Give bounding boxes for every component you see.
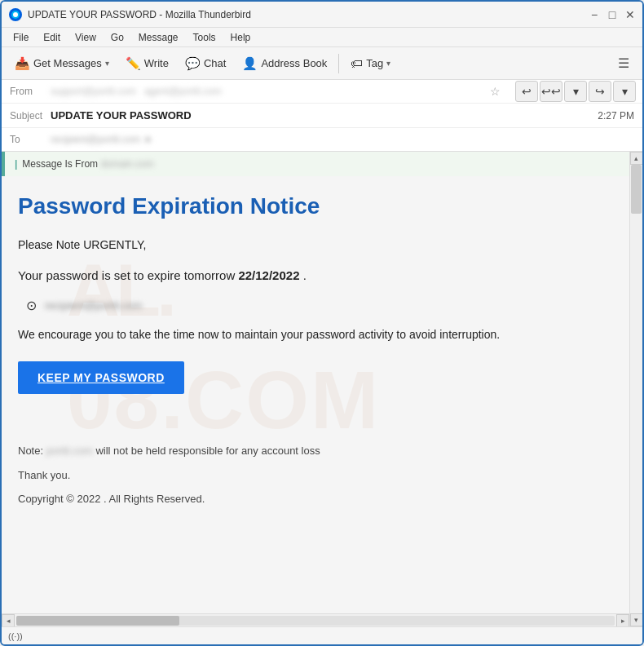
star-icon[interactable]: ☆ bbox=[490, 85, 501, 98]
address-book-icon: 👤 bbox=[242, 56, 258, 71]
toolbar: 📥 Get Messages ▾ ✏️ Write 💬 Chat 👤 Addre… bbox=[2, 47, 642, 80]
window-controls: − □ ✕ bbox=[589, 9, 636, 20]
connection-status-icon: ((·)) bbox=[8, 631, 23, 641]
hamburger-menu-icon[interactable]: ☰ bbox=[611, 52, 636, 74]
warning-text: Message Is From domain.com bbox=[22, 158, 153, 170]
note-prefix: Note: bbox=[18, 445, 43, 457]
reply-all-button[interactable]: ↩↩ bbox=[540, 81, 562, 102]
forward-button[interactable]: ↪ bbox=[589, 81, 611, 102]
window-title: UPDATE YOUR PASSWORD - Mozilla Thunderbi… bbox=[28, 9, 589, 20]
toolbar-divider bbox=[338, 54, 339, 73]
tag-label: Tag bbox=[366, 57, 383, 69]
radio-icon: ⊙ bbox=[26, 298, 37, 313]
note-domain: portit.com bbox=[46, 445, 96, 457]
warning-icon: | bbox=[15, 158, 17, 170]
menu-edit[interactable]: Edit bbox=[37, 30, 67, 45]
forward-dropdown[interactable]: ▾ bbox=[613, 81, 636, 102]
scroll-up-button[interactable]: ▴ bbox=[630, 152, 643, 165]
subject-label: Subject bbox=[10, 110, 51, 122]
menu-go[interactable]: Go bbox=[104, 30, 130, 45]
email-link-row: ⊙ recipient@portit.com bbox=[18, 298, 605, 313]
from-label: From bbox=[10, 86, 51, 97]
content-area: | Message Is From domain.com AL. 08.COM bbox=[2, 152, 642, 626]
scroll-left-button[interactable]: ◂ bbox=[2, 614, 15, 627]
svg-point-2 bbox=[13, 12, 18, 17]
password-date: 22/12/2022 bbox=[238, 268, 299, 282]
maximize-button[interactable]: □ bbox=[607, 9, 618, 20]
subject-row: Subject UPDATE YOUR PASSWORD 2:27 PM bbox=[2, 104, 642, 128]
message-scroll[interactable]: AL. 08.COM Password Expiration Notice Pl… bbox=[2, 176, 629, 613]
tag-icon: 🏷 bbox=[351, 56, 363, 70]
horizontal-scrollbar: ◂ ▸ bbox=[2, 613, 629, 626]
menu-help[interactable]: Help bbox=[224, 30, 258, 45]
link-email: recipient@portit.com bbox=[45, 299, 142, 312]
title-bar: UPDATE YOUR PASSWORD - Mozilla Thunderbi… bbox=[2, 2, 642, 28]
menu-view[interactable]: View bbox=[68, 30, 103, 45]
subject-value: UPDATE YOUR PASSWORD bbox=[51, 109, 598, 122]
menu-file[interactable]: File bbox=[7, 30, 35, 45]
write-button[interactable]: ✏️ Write bbox=[119, 53, 175, 74]
email-content: Password Expiration Notice Please Note U… bbox=[18, 192, 605, 507]
email-heading: Password Expiration Notice bbox=[18, 192, 605, 220]
email-para-password: Your password is set to expire tomorrow … bbox=[18, 267, 605, 285]
thunderbird-icon bbox=[8, 7, 23, 22]
reply-button[interactable]: ↩ bbox=[515, 81, 538, 102]
menu-tools[interactable]: Tools bbox=[187, 30, 223, 45]
scrollbar-thumb[interactable] bbox=[631, 165, 642, 214]
email-para-urgent: Please Note URGENTLY, bbox=[18, 237, 605, 254]
note-text: Note: portit.com will not be held respon… bbox=[18, 443, 605, 459]
menu-bar: File Edit View Go Message Tools Help bbox=[2, 28, 642, 47]
password-text-start: Your password is set to expire tomorrow bbox=[18, 268, 235, 282]
warning-banner: | Message Is From domain.com bbox=[2, 152, 629, 176]
chat-icon: 💬 bbox=[185, 56, 201, 71]
warning-domain: domain.com bbox=[100, 158, 153, 170]
get-messages-dropdown-icon[interactable]: ▾ bbox=[105, 59, 109, 68]
address-book-button[interactable]: 👤 Address Book bbox=[236, 53, 333, 74]
from-value: support@portit.com agent@portit.com bbox=[51, 86, 485, 97]
to-label: To bbox=[10, 134, 51, 145]
status-bar: ((·)) bbox=[2, 626, 642, 644]
keep-password-button[interactable]: KEEP MY PASSWORD bbox=[18, 361, 184, 394]
to-value: recipient@portit.com ★ bbox=[51, 134, 634, 145]
get-messages-label: Get Messages bbox=[33, 57, 102, 69]
copyright-text: Copyright © 2022 . All Rights Reserved. bbox=[18, 491, 605, 507]
email-para-encourage: We encourage you to take the time now to… bbox=[18, 326, 605, 343]
inbox-icon: 📥 bbox=[15, 56, 30, 71]
scroll-content: | Message Is From domain.com AL. 08.COM bbox=[2, 152, 629, 626]
get-messages-button[interactable]: 📥 Get Messages ▾ bbox=[8, 53, 116, 74]
email-time: 2:27 PM bbox=[598, 110, 634, 122]
thank-you-text: Thank you. bbox=[18, 467, 605, 484]
horizontal-scrollbar-track bbox=[16, 616, 615, 626]
vertical-scrollbar: ▴ ▾ bbox=[629, 152, 642, 626]
to-row: To recipient@portit.com ★ bbox=[2, 128, 642, 151]
note-suffix: will not be held responsible for any acc… bbox=[95, 445, 320, 457]
scroll-right-button[interactable]: ▸ bbox=[616, 614, 629, 627]
tag-button[interactable]: 🏷 Tag ▾ bbox=[344, 53, 397, 73]
menu-message[interactable]: Message bbox=[132, 30, 185, 45]
email-body: AL. 08.COM Password Expiration Notice Pl… bbox=[2, 176, 629, 540]
chat-button[interactable]: 💬 Chat bbox=[179, 53, 232, 74]
write-icon: ✏️ bbox=[126, 56, 141, 71]
write-label: Write bbox=[144, 57, 169, 69]
horizontal-scrollbar-thumb[interactable] bbox=[16, 616, 179, 626]
scroll-down-button[interactable]: ▾ bbox=[630, 613, 643, 626]
email-header: From support@portit.com agent@portit.com… bbox=[2, 80, 642, 152]
address-book-label: Address Book bbox=[261, 57, 327, 69]
minimize-button[interactable]: − bbox=[589, 9, 600, 20]
tag-dropdown-icon[interactable]: ▾ bbox=[386, 59, 390, 68]
window: UPDATE YOUR PASSWORD - Mozilla Thunderbi… bbox=[0, 0, 644, 646]
chat-label: Chat bbox=[204, 57, 226, 69]
scrollbar-thumb-area bbox=[630, 165, 642, 613]
more-actions-dropdown[interactable]: ▾ bbox=[564, 81, 587, 102]
close-button[interactable]: ✕ bbox=[624, 9, 636, 20]
note-section: Note: portit.com will not be held respon… bbox=[18, 443, 605, 507]
password-text-end: . bbox=[303, 268, 307, 282]
